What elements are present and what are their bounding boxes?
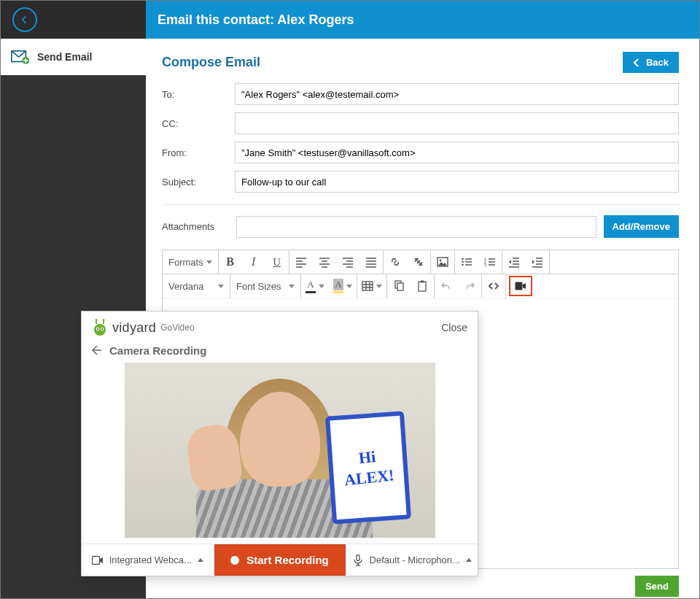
- vidyard-logo-icon: [90, 319, 109, 336]
- italic-button[interactable]: I: [242, 250, 265, 274]
- compose-title: Compose Email: [162, 55, 260, 70]
- underline-button[interactable]: U: [265, 250, 289, 274]
- vidyard-popup: vidyard GoVideo Close Camera Recording H…: [81, 311, 478, 576]
- svg-text:3: 3: [484, 263, 486, 267]
- remove-link-button[interactable]: [407, 250, 430, 274]
- send-button[interactable]: Send: [635, 576, 679, 597]
- numbered-list-button[interactable]: 123: [478, 250, 502, 274]
- bold-button[interactable]: B: [219, 250, 242, 274]
- start-recording-button[interactable]: Start Recording: [214, 544, 346, 576]
- align-center-button[interactable]: [313, 250, 336, 274]
- chevron-down-icon: [376, 285, 382, 288]
- chevron-down-icon: [319, 285, 324, 288]
- page-title: Email this contact: Alex Rogers: [146, 1, 699, 39]
- svg-rect-23: [92, 556, 99, 564]
- whiteboard-line-1: Hi: [358, 447, 377, 468]
- align-justify-button[interactable]: [359, 250, 383, 274]
- svg-rect-10: [362, 282, 373, 290]
- font-family-dropdown[interactable]: Verdana: [163, 274, 230, 298]
- chevron-down-icon: [346, 285, 352, 288]
- popup-footer: Integrated Webca... Start Recording Defa…: [82, 544, 478, 576]
- source-code-button[interactable]: [482, 274, 505, 298]
- indent-button[interactable]: [526, 250, 549, 274]
- svg-point-6: [462, 264, 464, 266]
- vidyard-brand: vidyard GoVideo: [90, 319, 195, 336]
- chevron-down-icon: [289, 285, 295, 288]
- brand-text: vidyard: [112, 320, 156, 336]
- text-color-button[interactable]: A: [301, 274, 329, 298]
- svg-rect-13: [419, 282, 426, 291]
- svg-point-19: [97, 328, 98, 330]
- outdent-button[interactable]: [502, 250, 526, 274]
- top-bar: Email this contact: Alex Rogers: [1, 1, 699, 39]
- copy-button[interactable]: [387, 274, 411, 298]
- camera-device-selector[interactable]: Integrated Webca...: [82, 544, 214, 576]
- back-button[interactable]: Back: [623, 52, 679, 73]
- highlight-color-button[interactable]: A: [329, 274, 357, 298]
- svg-point-16: [94, 324, 106, 336]
- compose-header: Compose Email Back: [162, 52, 679, 73]
- svg-point-21: [96, 319, 98, 321]
- popup-close-button[interactable]: Close: [441, 322, 467, 333]
- add-remove-attachment-button[interactable]: Add/Remove: [604, 215, 679, 238]
- redo-button[interactable]: [458, 274, 481, 298]
- label-attachments: Attachments: [162, 221, 229, 232]
- paste-button[interactable]: [411, 274, 434, 298]
- insert-link-button[interactable]: [384, 250, 407, 274]
- formats-dropdown[interactable]: Formats: [163, 250, 218, 274]
- undo-button[interactable]: [435, 274, 458, 298]
- camera-icon: [92, 554, 104, 566]
- attachments-row: Attachments Add/Remove: [162, 215, 679, 238]
- from-field[interactable]: [235, 142, 679, 163]
- attachments-field[interactable]: [236, 216, 596, 238]
- svg-rect-12: [397, 283, 403, 290]
- popup-header: vidyard GoVideo Close: [82, 312, 478, 341]
- start-recording-label: Start Recording: [246, 554, 329, 566]
- brand-subtext: GoVideo: [160, 322, 194, 333]
- editor-toolbar-row-2: Verdana Font Sizes A A: [163, 274, 678, 298]
- chevron-left-icon: [633, 58, 640, 67]
- chevron-up-icon: [198, 558, 203, 562]
- back-circle-button[interactable]: [12, 7, 37, 32]
- svg-point-20: [101, 328, 103, 330]
- editor-toolbar-row-1: Formats B I U: [163, 250, 678, 274]
- arrow-left-icon: [90, 344, 104, 357]
- align-left-button[interactable]: [289, 250, 313, 274]
- label-to: To:: [162, 89, 235, 100]
- label-cc: CC:: [162, 118, 235, 129]
- whiteboard-line-2: ALEX!: [343, 465, 394, 490]
- footer-row: Send: [162, 576, 679, 597]
- subject-field[interactable]: [235, 171, 679, 193]
- popup-mode-row[interactable]: Camera Recording: [82, 341, 478, 363]
- record-dot-icon: [230, 556, 239, 565]
- sidebar-item-send-email[interactable]: Send Email: [1, 39, 146, 75]
- insert-video-button[interactable]: [509, 276, 532, 296]
- arrow-left-icon: [19, 14, 31, 26]
- camera-preview: Hi ALEX!: [125, 363, 435, 538]
- svg-point-3: [439, 260, 441, 262]
- chevron-down-icon: [206, 260, 212, 264]
- align-right-button[interactable]: [336, 250, 359, 274]
- popup-mode-label: Camera Recording: [109, 344, 206, 357]
- to-field[interactable]: [235, 83, 679, 105]
- fields: To: CC: From: Subject:: [162, 83, 679, 200]
- svg-rect-15: [516, 282, 523, 290]
- envelope-plus-icon: [11, 49, 30, 65]
- mic-device-selector[interactable]: Default - Microphon...: [346, 544, 478, 576]
- svg-point-5: [462, 261, 464, 263]
- svg-rect-24: [357, 554, 359, 560]
- camera-device-label: Integrated Webca...: [109, 554, 192, 565]
- microphone-icon: [352, 554, 364, 566]
- top-bar-left: [1, 1, 146, 39]
- insert-image-button[interactable]: [431, 250, 454, 274]
- sidebar-item-label: Send Email: [37, 51, 92, 63]
- table-button[interactable]: [357, 274, 386, 298]
- mic-device-label: Default - Microphon...: [370, 554, 460, 565]
- cc-field[interactable]: [235, 112, 679, 134]
- font-size-dropdown[interactable]: Font Sizes: [230, 274, 300, 298]
- svg-point-4: [462, 258, 464, 260]
- whiteboard: Hi ALEX!: [324, 411, 411, 524]
- divider: [162, 204, 679, 205]
- bullet-list-button[interactable]: [455, 250, 478, 274]
- back-button-label: Back: [646, 57, 669, 68]
